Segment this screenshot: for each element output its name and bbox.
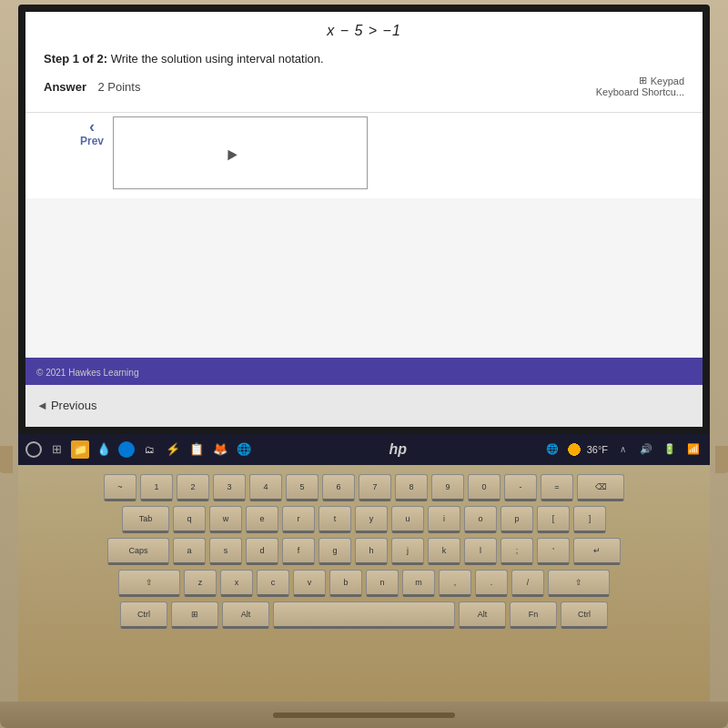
- key-w[interactable]: w: [209, 506, 242, 533]
- key-equals[interactable]: =: [541, 474, 573, 501]
- bottom-nav: ◄ Previous: [25, 385, 703, 427]
- answer-input-area: ‹ Prev: [25, 113, 703, 198]
- key-c[interactable]: c: [257, 570, 289, 597]
- key-q[interactable]: q: [173, 506, 206, 533]
- key-comma[interactable]: ,: [439, 570, 471, 597]
- answer-row: Answer 2 Points ⊞ Keypad Keyboard Shortc…: [44, 75, 684, 97]
- taskbar-right: 🌐 36°F ∧ 🔊 🔋 📶: [543, 440, 703, 459]
- key-enter[interactable]: ↵: [573, 538, 621, 565]
- key-l[interactable]: l: [464, 538, 497, 565]
- network-icon[interactable]: 🌐: [543, 440, 561, 459]
- laptop-shell: x − 5 > −1 Step 1 of 2: Write the soluti…: [0, 0, 728, 728]
- key-row-2: Tab q w e r t y u i o p [ ]: [122, 506, 606, 533]
- key-m[interactable]: m: [402, 570, 435, 597]
- key-v[interactable]: v: [293, 570, 326, 597]
- keypad-line: ⊞ Keypad: [596, 75, 684, 86]
- key-t[interactable]: t: [318, 506, 351, 533]
- key-caps[interactable]: Caps: [107, 538, 169, 565]
- key-x[interactable]: x: [220, 570, 253, 597]
- key-k[interactable]: k: [428, 538, 460, 565]
- answer-label-group: Answer 2 Points: [44, 78, 140, 95]
- key-2[interactable]: 2: [177, 474, 209, 501]
- key-tab[interactable]: Tab: [122, 506, 169, 533]
- key-3[interactable]: 3: [213, 474, 246, 501]
- key-s[interactable]: s: [209, 538, 242, 565]
- key-lbracket[interactable]: [: [537, 506, 570, 533]
- key-j[interactable]: j: [391, 538, 424, 565]
- key-ctrl-left[interactable]: Ctrl: [120, 602, 167, 629]
- key-r[interactable]: r: [282, 506, 315, 533]
- purple-footer-bar: © 2021 Hawkes Learning: [25, 358, 703, 385]
- weather-icon: [567, 442, 581, 457]
- key-row-4: ⇧ z x c v b n m , . / ⇧: [118, 570, 610, 597]
- key-alt-left[interactable]: Alt: [222, 602, 269, 629]
- answer-input-box[interactable]: [113, 116, 368, 189]
- key-8[interactable]: 8: [395, 474, 428, 501]
- key-7[interactable]: 7: [359, 474, 391, 501]
- key-h[interactable]: h: [355, 538, 388, 565]
- keyboard-shortcut-label: Keyboard Shortcu...: [596, 86, 684, 97]
- key-i[interactable]: i: [428, 506, 460, 533]
- key-d[interactable]: d: [246, 538, 278, 565]
- key-win[interactable]: ⊞: [171, 602, 218, 629]
- key-minus[interactable]: -: [504, 474, 537, 501]
- dropbox-icon[interactable]: 💧: [95, 440, 113, 459]
- key-o[interactable]: o: [464, 506, 497, 533]
- key-shift-left[interactable]: ⇧: [118, 570, 180, 597]
- key-y[interactable]: y: [355, 506, 388, 533]
- key-slash[interactable]: /: [511, 570, 544, 597]
- office-icon[interactable]: 📋: [187, 440, 206, 459]
- key-z[interactable]: z: [184, 570, 217, 597]
- key-space[interactable]: [273, 602, 455, 629]
- battery-icon[interactable]: 🔋: [661, 440, 679, 459]
- keypad-label: Keypad: [651, 76, 684, 86]
- task-view-icon[interactable]: ⊞: [47, 440, 66, 459]
- keyboard-shortcut-area: ⊞ Keypad Keyboard Shortcu...: [596, 75, 684, 97]
- key-tilde[interactable]: ~: [104, 474, 136, 501]
- key-backspace[interactable]: ⌫: [577, 474, 624, 501]
- cursor-icon: [223, 149, 234, 162]
- key-p[interactable]: p: [500, 506, 533, 533]
- key-6[interactable]: 6: [322, 474, 355, 501]
- key-quote[interactable]: ': [537, 538, 570, 565]
- key-row-1: ~ 1 2 3 4 5 6 7 8 9 0 - = ⌫: [104, 474, 624, 501]
- key-fn[interactable]: Fn: [510, 602, 557, 629]
- key-semicolon[interactable]: ;: [500, 538, 533, 565]
- key-g[interactable]: g: [318, 538, 351, 565]
- previous-button[interactable]: ◄ Previous: [36, 399, 96, 412]
- firefox-icon[interactable]: 🦊: [211, 440, 229, 459]
- prev-nav[interactable]: ‹ Prev: [80, 118, 104, 147]
- calendar-icon[interactable]: 🗂: [140, 440, 158, 459]
- page-top-section: x − 5 > −1 Step 1 of 2: Write the soluti…: [25, 12, 703, 113]
- key-rbracket[interactable]: ]: [573, 506, 606, 533]
- step-label: Step 1 of 2:: [44, 52, 107, 66]
- step-text: Step 1 of 2: Write the solution using in…: [44, 52, 684, 66]
- key-period[interactable]: .: [475, 570, 508, 597]
- answer-points: 2 Points: [97, 80, 140, 94]
- laptop-base: [0, 702, 728, 728]
- key-b[interactable]: b: [329, 570, 362, 597]
- key-ctrl-right[interactable]: Ctrl: [561, 602, 608, 629]
- key-f[interactable]: f: [282, 538, 315, 565]
- key-9[interactable]: 9: [431, 474, 464, 501]
- taskbar-center: hp: [258, 441, 538, 458]
- key-a[interactable]: a: [173, 538, 206, 565]
- chevron-up-icon[interactable]: ∧: [613, 440, 632, 459]
- key-1[interactable]: 1: [140, 474, 173, 501]
- key-0[interactable]: 0: [468, 474, 500, 501]
- key-alt-right[interactable]: Alt: [459, 602, 506, 629]
- edge-icon[interactable]: [118, 441, 135, 458]
- network-signal-icon[interactable]: 📶: [684, 440, 703, 459]
- key-e[interactable]: e: [246, 506, 278, 533]
- chrome-icon[interactable]: 🌐: [235, 440, 253, 459]
- speaker-icon[interactable]: 🔊: [637, 440, 655, 459]
- lightning-icon[interactable]: ⚡: [164, 440, 182, 459]
- folder-icon[interactable]: 📁: [71, 440, 89, 459]
- key-5[interactable]: 5: [286, 474, 318, 501]
- key-shift-right[interactable]: ⇧: [548, 570, 610, 597]
- key-u[interactable]: u: [391, 506, 424, 533]
- start-button[interactable]: [25, 441, 42, 458]
- key-n[interactable]: n: [366, 570, 399, 597]
- key-4[interactable]: 4: [249, 474, 282, 501]
- key-row-5: Ctrl ⊞ Alt Alt Fn Ctrl: [120, 602, 608, 629]
